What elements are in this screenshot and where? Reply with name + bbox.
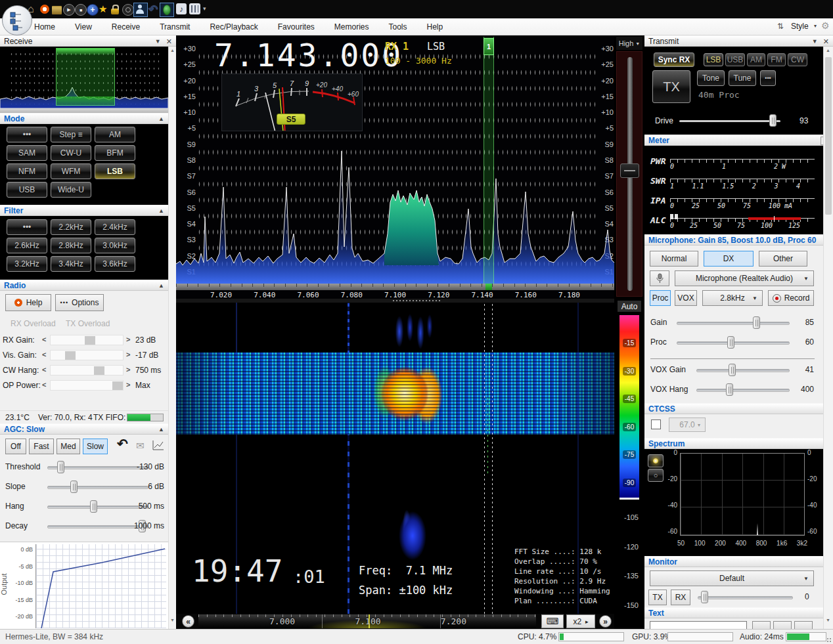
stop-icon[interactable]: ■ xyxy=(75,4,87,16)
filter-button-30[interactable]: 3.0kHz xyxy=(95,238,135,253)
cw-hang-decrement[interactable]: < xyxy=(42,366,46,374)
rx-gain-thumb[interactable] xyxy=(85,336,95,345)
op-power-thumb[interactable] xyxy=(112,381,123,390)
left-panel-scrollbar[interactable]: ▲ ▼ xyxy=(168,47,176,629)
tab-home[interactable]: Home xyxy=(34,21,55,33)
vis-gain-slider[interactable] xyxy=(50,350,124,360)
receive-panel-header[interactable]: Receive ▼✕ xyxy=(0,35,176,47)
tab-favourites[interactable]: Favourites xyxy=(278,21,315,33)
monitor-volume-slider[interactable] xyxy=(698,596,793,599)
keyboard-entry-button[interactable]: ⌨ xyxy=(541,614,564,628)
receive-preview-spectrum[interactable] xyxy=(0,47,168,108)
tab-view[interactable]: View xyxy=(75,21,92,33)
filter-button-32[interactable]: 3.2kHz xyxy=(7,256,47,272)
monitor-device-dropdown[interactable]: Default ▼ xyxy=(650,570,814,586)
tab-help[interactable]: Help xyxy=(427,21,443,33)
op-power-decrement[interactable]: < xyxy=(42,381,46,389)
tone-button[interactable]: Tone xyxy=(697,70,725,86)
rx-gain-increment[interactable]: > xyxy=(126,335,130,343)
mic-proc-slider[interactable] xyxy=(677,341,790,345)
tx-filter-cursor-left[interactable] xyxy=(484,303,485,614)
toolbar-overflow-icon[interactable]: ▾ xyxy=(203,5,206,12)
tx-filter-cursor-right[interactable] xyxy=(492,303,493,614)
filter-button-36[interactable]: 3.6kHz xyxy=(95,256,135,272)
filter-button-26[interactable]: 2.6kHz xyxy=(7,238,47,253)
op-power-slider[interactable] xyxy=(50,380,124,391)
play-icon[interactable]: ▶ xyxy=(63,4,75,16)
mode-button-usb[interactable]: USB xyxy=(7,182,47,198)
tx-mode-am-button[interactable]: AM xyxy=(747,53,765,66)
text-entry-input[interactable] xyxy=(650,621,747,629)
radio-section-header[interactable]: Radio ▲ xyxy=(0,280,168,291)
scroll-down-icon[interactable]: ▼ xyxy=(826,618,830,622)
microphone-section-header[interactable]: Microphone: Gain 85, Boost 10.0 dB, Proc… xyxy=(644,234,833,246)
mic-profile-other-button[interactable]: Other xyxy=(759,251,807,267)
rx-gain-decrement[interactable]: < xyxy=(42,335,46,343)
panadapter-display[interactable]: +30+25+20+15+10+5S9S8S7S6S5S4S3S2S1 +30+… xyxy=(176,35,614,299)
text-section-header[interactable]: Text ▲ xyxy=(644,607,833,618)
style-menu[interactable]: Style xyxy=(791,22,809,31)
slope-thumb[interactable] xyxy=(70,481,78,493)
agc-med-button[interactable]: Med xyxy=(56,439,80,454)
audio-spectrum-header[interactable]: Spectrum ▲ xyxy=(644,438,833,449)
vox-toggle-button[interactable]: VOX xyxy=(675,290,697,306)
resize-grip[interactable] xyxy=(826,637,832,643)
vox-gain-thumb[interactable] xyxy=(729,364,736,376)
mode-button-cwu[interactable]: CW-U xyxy=(51,145,91,161)
sync-rx-button[interactable]: Sync RX xyxy=(654,53,694,67)
cw-hang-thumb[interactable] xyxy=(94,366,104,375)
mic-select-button[interactable] xyxy=(650,270,669,286)
tab-transmit[interactable]: Transmit xyxy=(160,21,190,33)
favourite-star-icon[interactable]: ★ xyxy=(99,3,107,15)
ctcss-enable-checkbox[interactable] xyxy=(651,419,661,429)
agc-fast-button[interactable]: Fast xyxy=(29,439,54,454)
filter-button-more[interactable]: ••• xyxy=(7,219,47,235)
drive-thumb[interactable] xyxy=(769,114,777,127)
scrollbar-thumb[interactable] xyxy=(825,57,832,215)
filter-button-28[interactable]: 2.8kHz xyxy=(51,238,91,253)
scroll-down-icon[interactable]: ▼ xyxy=(170,618,175,622)
receive-close-icon[interactable]: ✕ xyxy=(166,36,172,47)
mic-proc-thumb[interactable] xyxy=(727,336,734,349)
threshold-thumb[interactable] xyxy=(57,461,64,473)
mode-button-bfm[interactable]: BFM xyxy=(95,145,135,161)
zoom-step-button[interactable]: x2 ▸ xyxy=(566,614,595,628)
panel-splitter[interactable] xyxy=(0,108,168,113)
mode-collapse-icon[interactable]: ▲ xyxy=(158,114,164,124)
transmit-panel-header[interactable]: Transmit ▼✕ xyxy=(644,35,833,47)
vfo-badge[interactable]: 1 xyxy=(484,38,494,55)
ctcss-section-header[interactable]: CTCSS ▲ xyxy=(644,403,833,414)
monitor-section-header[interactable]: Monitor ▲ xyxy=(644,556,833,567)
sort-icon[interactable]: ⇅ xyxy=(777,22,784,31)
waterfall-auto-button[interactable]: Auto xyxy=(618,301,641,312)
help-lifebuoy-icon[interactable] xyxy=(40,5,49,14)
receive-collapse-icon[interactable]: ▼ xyxy=(155,36,161,47)
vis-gain-increment[interactable]: > xyxy=(126,351,130,358)
tx-mode-usb-button[interactable]: USB xyxy=(725,53,745,66)
monitor-tx-button[interactable]: TX xyxy=(648,590,667,605)
mic-profile-dx-button[interactable]: DX xyxy=(704,251,754,267)
mode-section-header[interactable]: Mode ▲ xyxy=(0,113,168,124)
app-menu-button[interactable] xyxy=(2,5,32,35)
text-button-1[interactable] xyxy=(752,621,771,629)
vox-gain-slider[interactable] xyxy=(696,369,790,372)
radio-help-button[interactable]: Help xyxy=(5,294,51,311)
band-scroll-left-button[interactable]: « xyxy=(182,615,194,628)
agc-slow-button[interactable]: Slow xyxy=(83,439,108,454)
rx-gain-slider[interactable] xyxy=(50,335,124,345)
spectrum-level-slider[interactable] xyxy=(616,51,642,297)
filter-button-34[interactable]: 3.4kHz xyxy=(51,256,91,272)
drive-slider[interactable] xyxy=(679,120,780,122)
level-slider-thumb[interactable] xyxy=(620,163,639,178)
settings-gear-icon[interactable]: ⚙ xyxy=(821,20,830,31)
meter-section-header[interactable]: Meter ▲ xyxy=(644,135,833,146)
mic-gain-slider[interactable] xyxy=(677,322,790,325)
mode-button-step[interactable]: Step ≡ xyxy=(51,127,91,142)
radio-options-button[interactable]: ••• Options xyxy=(55,294,104,311)
transmit-close-icon[interactable]: ✕ xyxy=(823,36,829,47)
monitor-volume-thumb[interactable] xyxy=(701,591,708,603)
tx-mode-lsb-button[interactable]: LSB xyxy=(704,53,723,66)
filter-section-header[interactable]: Filter ▲ xyxy=(0,205,168,216)
text-button-2[interactable] xyxy=(773,621,792,629)
hang-thumb[interactable] xyxy=(90,500,97,513)
